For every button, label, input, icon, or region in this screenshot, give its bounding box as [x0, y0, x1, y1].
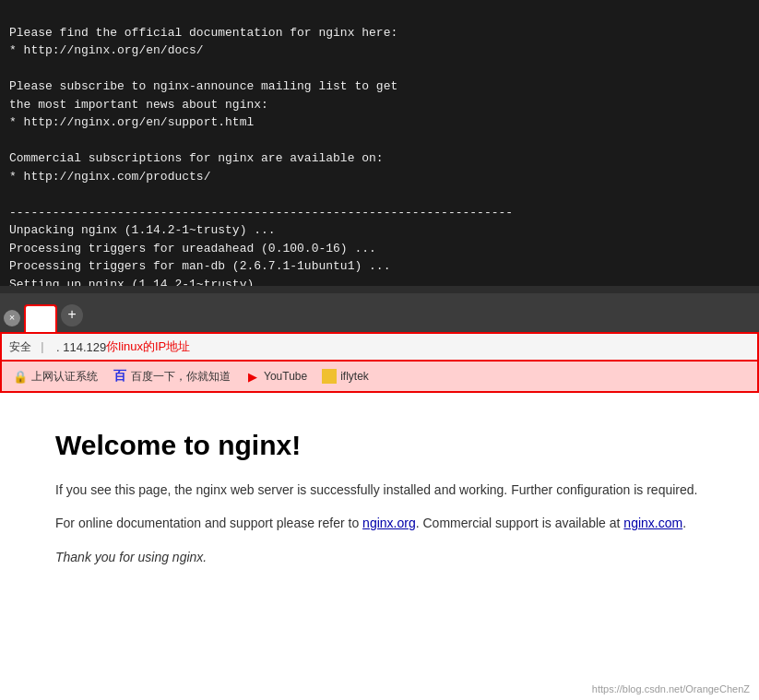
security-label: 安全	[9, 339, 31, 355]
nginx-para1: If you see this page, the nginx web serv…	[55, 480, 704, 500]
nginx-para2: For online documentation and support ple…	[55, 513, 704, 533]
bookmark-baidu-label: 百度一下，你就知道	[131, 369, 231, 385]
bookmark-iflytek[interactable]: iflytek	[318, 367, 373, 386]
youtube-icon: ▶	[245, 369, 260, 384]
bookmark-auth[interactable]: 🔒 上网认证系统	[9, 367, 101, 386]
bookmark-baidu[interactable]: 百 百度一下，你就知道	[109, 367, 234, 386]
bookmark-auth-label: 上网认证系统	[31, 369, 98, 385]
ifly-icon	[322, 369, 337, 384]
ip-note: 你linux的IP地址	[106, 338, 190, 355]
lock-icon: 🔒	[13, 369, 28, 384]
nginx-body: If you see this page, the nginx web serv…	[55, 480, 704, 567]
tab-bar: × +	[0, 299, 759, 332]
dark-divider	[0, 286, 759, 293]
nginx-welcome-page: Welcome to nginx! If you see this page, …	[0, 393, 759, 617]
browser-chrome: × + 安全 | . 114.129 你linux的IP地址 🔒 上网认证系统 …	[0, 293, 759, 393]
watermark-text: https://blog.csdn.net/OrangeChenZ	[592, 683, 750, 694]
address-bar[interactable]: 安全 | . 114.129 你linux的IP地址	[0, 332, 759, 362]
bookmark-ifly-label: iflytek	[340, 370, 369, 383]
terminal-text: Please find the official documentation f…	[9, 26, 513, 287]
bookmark-youtube[interactable]: ▶ YouTube	[242, 367, 311, 386]
baidu-icon: 百	[113, 369, 127, 384]
nginx-title: Welcome to nginx!	[55, 430, 704, 461]
ip-address: 114.129	[63, 340, 106, 354]
terminal-output: Please find the official documentation f…	[0, 0, 759, 286]
nginx-com-link[interactable]: nginx.com	[623, 516, 682, 530]
nginx-para2-suffix: .	[682, 516, 686, 530]
bookmarks-bar: 🔒 上网认证系统 百 百度一下，你就知道 ▶ YouTube iflytek	[0, 362, 759, 393]
nginx-org-link[interactable]: nginx.org	[362, 516, 416, 530]
nginx-para2-mid: . Commercial support is available at	[416, 516, 624, 530]
watermark: https://blog.csdn.net/OrangeChenZ	[592, 683, 750, 694]
new-tab-button[interactable]: +	[61, 304, 83, 326]
nginx-para2-prefix: For online documentation and support ple…	[55, 516, 362, 530]
ip-prefix: .	[50, 340, 63, 354]
tab-close-button[interactable]: ×	[4, 310, 20, 326]
browser-tab[interactable]	[24, 304, 57, 332]
bookmark-youtube-label: YouTube	[264, 370, 307, 383]
nginx-para3: Thank you for using nginx.	[55, 547, 704, 567]
separator: |	[39, 340, 46, 354]
